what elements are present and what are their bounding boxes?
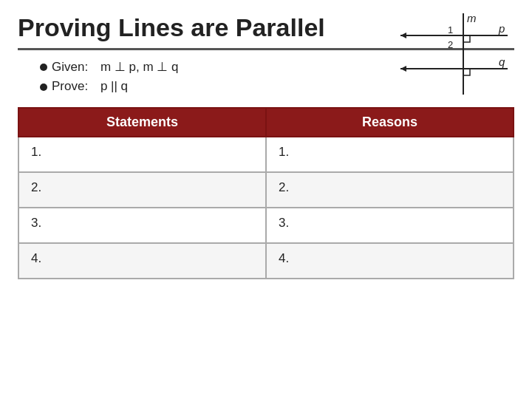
statement-3: 3.	[18, 208, 266, 243]
bullet-prove	[40, 83, 47, 91]
table-header-row: Statements Reasons	[18, 108, 514, 137]
reason-4: 4.	[266, 243, 514, 279]
reasons-header: Reasons	[266, 108, 514, 137]
svg-text:m: m	[467, 13, 477, 24]
svg-text:2: 2	[448, 39, 453, 50]
svg-rect-4	[463, 35, 470, 42]
svg-text:p: p	[498, 22, 505, 35]
reason-1: 1.	[266, 137, 514, 172]
prove-content: p || q	[100, 77, 128, 96]
statement-4: 4.	[18, 243, 266, 279]
reason-2: 2.	[266, 172, 514, 208]
table-row: 1. 1.	[18, 137, 514, 172]
proof-table: Statements Reasons 1. 1. 2. 2. 3. 3. 4. …	[18, 107, 514, 279]
table-row: 4. 4.	[18, 243, 514, 279]
bullet-given	[40, 64, 47, 71]
statement-2: 2.	[18, 172, 266, 208]
statements-header: Statements	[18, 108, 266, 137]
reason-3: 3.	[266, 208, 514, 243]
diagram: m p 1 2 q	[393, 13, 511, 95]
svg-rect-9	[463, 69, 470, 75]
table-row: 3. 3.	[18, 208, 514, 243]
svg-text:1: 1	[448, 24, 453, 35]
svg-marker-10	[400, 33, 406, 38]
slide: m p 1 2 q Proving Lines are Parall	[0, 0, 532, 399]
statement-1: 1.	[18, 137, 266, 172]
table-row: 2. 2.	[18, 172, 514, 208]
svg-marker-11	[400, 66, 406, 72]
svg-text:q: q	[499, 55, 505, 68]
given-label: Given:	[52, 58, 88, 77]
prove-label: Prove:	[52, 77, 88, 96]
given-content: m ⊥ p, m ⊥ q	[100, 58, 179, 77]
